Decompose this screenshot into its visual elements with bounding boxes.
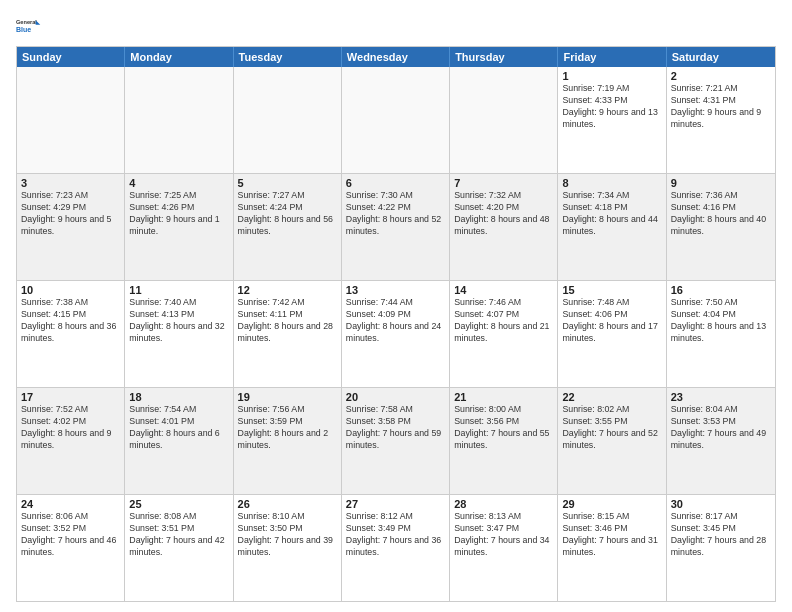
day-number: 4	[129, 177, 228, 189]
day-number: 20	[346, 391, 445, 403]
day-info: Sunrise: 7:44 AM Sunset: 4:09 PM Dayligh…	[346, 297, 445, 345]
calendar-cell: 5Sunrise: 7:27 AM Sunset: 4:24 PM Daylig…	[234, 174, 342, 280]
calendar-cell	[342, 67, 450, 173]
calendar-header: SundayMondayTuesdayWednesdayThursdayFrid…	[17, 47, 775, 67]
weekday-header: Monday	[125, 47, 233, 67]
weekday-header: Sunday	[17, 47, 125, 67]
calendar-cell	[234, 67, 342, 173]
day-number: 28	[454, 498, 553, 510]
day-number: 21	[454, 391, 553, 403]
calendar-cell: 25Sunrise: 8:08 AM Sunset: 3:51 PM Dayli…	[125, 495, 233, 601]
day-info: Sunrise: 7:30 AM Sunset: 4:22 PM Dayligh…	[346, 190, 445, 238]
day-number: 27	[346, 498, 445, 510]
day-number: 22	[562, 391, 661, 403]
day-info: Sunrise: 7:40 AM Sunset: 4:13 PM Dayligh…	[129, 297, 228, 345]
calendar-row: 17Sunrise: 7:52 AM Sunset: 4:02 PM Dayli…	[17, 388, 775, 495]
day-number: 6	[346, 177, 445, 189]
day-info: Sunrise: 7:21 AM Sunset: 4:31 PM Dayligh…	[671, 83, 771, 131]
day-info: Sunrise: 7:58 AM Sunset: 3:58 PM Dayligh…	[346, 404, 445, 452]
day-info: Sunrise: 7:27 AM Sunset: 4:24 PM Dayligh…	[238, 190, 337, 238]
calendar-cell: 30Sunrise: 8:17 AM Sunset: 3:45 PM Dayli…	[667, 495, 775, 601]
day-info: Sunrise: 7:25 AM Sunset: 4:26 PM Dayligh…	[129, 190, 228, 238]
day-number: 8	[562, 177, 661, 189]
day-info: Sunrise: 7:38 AM Sunset: 4:15 PM Dayligh…	[21, 297, 120, 345]
day-info: Sunrise: 8:17 AM Sunset: 3:45 PM Dayligh…	[671, 511, 771, 559]
day-info: Sunrise: 8:06 AM Sunset: 3:52 PM Dayligh…	[21, 511, 120, 559]
day-info: Sunrise: 7:34 AM Sunset: 4:18 PM Dayligh…	[562, 190, 661, 238]
day-number: 1	[562, 70, 661, 82]
calendar-cell: 2Sunrise: 7:21 AM Sunset: 4:31 PM Daylig…	[667, 67, 775, 173]
day-number: 17	[21, 391, 120, 403]
calendar-cell: 7Sunrise: 7:32 AM Sunset: 4:20 PM Daylig…	[450, 174, 558, 280]
calendar-cell: 28Sunrise: 8:13 AM Sunset: 3:47 PM Dayli…	[450, 495, 558, 601]
day-info: Sunrise: 7:52 AM Sunset: 4:02 PM Dayligh…	[21, 404, 120, 452]
svg-text:Blue: Blue	[16, 26, 31, 33]
day-number: 3	[21, 177, 120, 189]
svg-text:General: General	[16, 19, 37, 25]
day-info: Sunrise: 8:02 AM Sunset: 3:55 PM Dayligh…	[562, 404, 661, 452]
calendar-cell: 8Sunrise: 7:34 AM Sunset: 4:18 PM Daylig…	[558, 174, 666, 280]
calendar-cell: 20Sunrise: 7:58 AM Sunset: 3:58 PM Dayli…	[342, 388, 450, 494]
calendar-row: 3Sunrise: 7:23 AM Sunset: 4:29 PM Daylig…	[17, 174, 775, 281]
calendar-cell: 19Sunrise: 7:56 AM Sunset: 3:59 PM Dayli…	[234, 388, 342, 494]
day-info: Sunrise: 7:32 AM Sunset: 4:20 PM Dayligh…	[454, 190, 553, 238]
day-number: 9	[671, 177, 771, 189]
logo-icon: GeneralBlue	[16, 12, 44, 40]
day-number: 24	[21, 498, 120, 510]
calendar-cell: 1Sunrise: 7:19 AM Sunset: 4:33 PM Daylig…	[558, 67, 666, 173]
weekday-header: Friday	[558, 47, 666, 67]
day-info: Sunrise: 8:08 AM Sunset: 3:51 PM Dayligh…	[129, 511, 228, 559]
day-number: 23	[671, 391, 771, 403]
logo: GeneralBlue	[16, 12, 44, 40]
calendar-cell: 16Sunrise: 7:50 AM Sunset: 4:04 PM Dayli…	[667, 281, 775, 387]
day-number: 19	[238, 391, 337, 403]
calendar-cell: 13Sunrise: 7:44 AM Sunset: 4:09 PM Dayli…	[342, 281, 450, 387]
calendar-cell: 17Sunrise: 7:52 AM Sunset: 4:02 PM Dayli…	[17, 388, 125, 494]
day-info: Sunrise: 7:50 AM Sunset: 4:04 PM Dayligh…	[671, 297, 771, 345]
calendar-cell: 29Sunrise: 8:15 AM Sunset: 3:46 PM Dayli…	[558, 495, 666, 601]
calendar-cell: 22Sunrise: 8:02 AM Sunset: 3:55 PM Dayli…	[558, 388, 666, 494]
calendar-cell: 3Sunrise: 7:23 AM Sunset: 4:29 PM Daylig…	[17, 174, 125, 280]
day-info: Sunrise: 7:48 AM Sunset: 4:06 PM Dayligh…	[562, 297, 661, 345]
calendar-cell: 10Sunrise: 7:38 AM Sunset: 4:15 PM Dayli…	[17, 281, 125, 387]
day-info: Sunrise: 7:46 AM Sunset: 4:07 PM Dayligh…	[454, 297, 553, 345]
calendar-cell	[125, 67, 233, 173]
calendar-cell: 27Sunrise: 8:12 AM Sunset: 3:49 PM Dayli…	[342, 495, 450, 601]
weekday-header: Thursday	[450, 47, 558, 67]
calendar-row: 24Sunrise: 8:06 AM Sunset: 3:52 PM Dayli…	[17, 495, 775, 601]
day-number: 14	[454, 284, 553, 296]
day-info: Sunrise: 8:15 AM Sunset: 3:46 PM Dayligh…	[562, 511, 661, 559]
calendar-body: 1Sunrise: 7:19 AM Sunset: 4:33 PM Daylig…	[17, 67, 775, 601]
calendar-cell: 18Sunrise: 7:54 AM Sunset: 4:01 PM Dayli…	[125, 388, 233, 494]
day-info: Sunrise: 8:12 AM Sunset: 3:49 PM Dayligh…	[346, 511, 445, 559]
calendar-cell: 15Sunrise: 7:48 AM Sunset: 4:06 PM Dayli…	[558, 281, 666, 387]
day-info: Sunrise: 7:54 AM Sunset: 4:01 PM Dayligh…	[129, 404, 228, 452]
page: GeneralBlue SundayMondayTuesdayWednesday…	[0, 0, 792, 612]
calendar-cell: 4Sunrise: 7:25 AM Sunset: 4:26 PM Daylig…	[125, 174, 233, 280]
day-info: Sunrise: 7:23 AM Sunset: 4:29 PM Dayligh…	[21, 190, 120, 238]
day-number: 2	[671, 70, 771, 82]
calendar-cell: 11Sunrise: 7:40 AM Sunset: 4:13 PM Dayli…	[125, 281, 233, 387]
day-number: 16	[671, 284, 771, 296]
calendar-cell: 21Sunrise: 8:00 AM Sunset: 3:56 PM Dayli…	[450, 388, 558, 494]
day-number: 7	[454, 177, 553, 189]
day-info: Sunrise: 7:42 AM Sunset: 4:11 PM Dayligh…	[238, 297, 337, 345]
header: GeneralBlue	[16, 12, 776, 40]
day-number: 5	[238, 177, 337, 189]
calendar-cell: 26Sunrise: 8:10 AM Sunset: 3:50 PM Dayli…	[234, 495, 342, 601]
day-number: 26	[238, 498, 337, 510]
weekday-header: Saturday	[667, 47, 775, 67]
weekday-header: Wednesday	[342, 47, 450, 67]
day-info: Sunrise: 8:10 AM Sunset: 3:50 PM Dayligh…	[238, 511, 337, 559]
day-number: 10	[21, 284, 120, 296]
day-info: Sunrise: 7:19 AM Sunset: 4:33 PM Dayligh…	[562, 83, 661, 131]
day-number: 13	[346, 284, 445, 296]
day-info: Sunrise: 7:36 AM Sunset: 4:16 PM Dayligh…	[671, 190, 771, 238]
calendar-cell	[17, 67, 125, 173]
day-info: Sunrise: 7:56 AM Sunset: 3:59 PM Dayligh…	[238, 404, 337, 452]
svg-marker-2	[36, 20, 41, 25]
calendar-cell: 14Sunrise: 7:46 AM Sunset: 4:07 PM Dayli…	[450, 281, 558, 387]
day-number: 11	[129, 284, 228, 296]
calendar-cell: 24Sunrise: 8:06 AM Sunset: 3:52 PM Dayli…	[17, 495, 125, 601]
day-number: 29	[562, 498, 661, 510]
